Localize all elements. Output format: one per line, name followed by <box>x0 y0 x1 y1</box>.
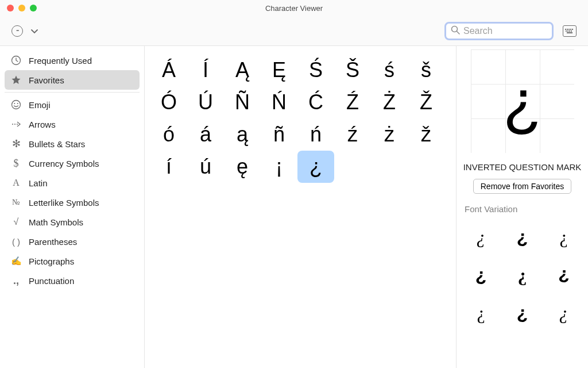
character-cell[interactable]: Ź <box>334 86 371 118</box>
sidebar-item-label: Latin <box>29 178 48 188</box>
character-cell[interactable]: ź <box>334 118 371 151</box>
window-title: Character Viewer <box>0 4 588 13</box>
sidebar-item-punctuation[interactable]: .,Punctuation <box>5 271 140 290</box>
character-cell[interactable]: Ę <box>261 54 297 86</box>
character-cell[interactable]: Ó <box>150 86 187 118</box>
svg-point-14 <box>14 103 15 104</box>
sidebar-item-label: Parentheses <box>29 237 77 247</box>
sidebar: Frequently UsedFavoritesEmojiArrows✻Bull… <box>0 46 145 368</box>
sidebar-item-letterlike-symbols[interactable]: №Letterlike Symbols <box>5 193 140 212</box>
action-menu-icon[interactable]: ··· <box>11 25 23 37</box>
character-cell[interactable]: Ú <box>187 86 224 118</box>
sidebar-item-label: Currency Symbols <box>29 159 99 168</box>
sidebar-divider <box>5 92 140 93</box>
sidebar-item-arrows[interactable]: Arrows <box>5 114 140 134</box>
svg-rect-2 <box>565 29 566 30</box>
svg-rect-3 <box>567 29 568 30</box>
character-cell[interactable]: ó <box>150 118 187 151</box>
latin-a-icon: A <box>10 177 22 189</box>
character-cell[interactable]: ¿ <box>297 151 334 183</box>
detail-pane: ¿ INVERTED QUESTION MARK Remove from Fav… <box>456 46 588 368</box>
svg-point-15 <box>17 103 18 104</box>
titlebar: Character Viewer <box>0 0 588 16</box>
minimize-button[interactable] <box>18 5 25 12</box>
sidebar-item-parentheses[interactable]: ( )Parentheses <box>5 232 140 251</box>
font-variation-cell[interactable]: ¿ <box>544 218 584 255</box>
pencil-icon: ✍ <box>10 255 22 267</box>
font-variation-cell[interactable]: ¿ <box>461 256 501 293</box>
character-cell[interactable]: Á <box>150 54 187 86</box>
maximize-button[interactable] <box>30 5 37 12</box>
sidebar-item-frequently-used[interactable]: Frequently Used <box>5 51 140 70</box>
character-cell[interactable]: Í <box>187 54 224 86</box>
character-cell[interactable]: Ć <box>297 86 334 118</box>
character-cell[interactable]: ś <box>371 54 408 86</box>
sidebar-item-label: Arrows <box>29 120 56 129</box>
font-variation-cell[interactable]: ¿ <box>544 256 584 293</box>
character-cell[interactable]: ñ <box>261 118 297 151</box>
character-cell[interactable]: Ñ <box>224 86 261 118</box>
svg-line-1 <box>457 31 460 34</box>
character-preview: ¿ <box>471 49 574 153</box>
svg-point-13 <box>12 101 21 109</box>
sidebar-item-label: Math Symbols <box>29 217 83 227</box>
character-cell[interactable]: ą <box>224 118 261 151</box>
svg-rect-11 <box>567 32 572 33</box>
character-cell[interactable]: ń <box>297 118 334 151</box>
sidebar-item-currency-symbols[interactable]: $Currency Symbols <box>5 154 140 173</box>
svg-rect-4 <box>568 29 570 30</box>
font-variation-cell[interactable]: ¿ <box>461 218 501 255</box>
sidebar-item-pictographs[interactable]: ✍Pictographs <box>5 251 140 271</box>
search-field[interactable] <box>444 22 554 40</box>
font-variation-cell[interactable]: ¿ <box>461 294 501 331</box>
sidebar-item-math-symbols[interactable]: √Math Symbols <box>5 212 140 232</box>
character-cell[interactable]: á <box>187 118 224 151</box>
font-variation-label: Font Variation <box>457 204 517 214</box>
character-cell[interactable]: Ą <box>224 54 261 86</box>
toolbar: ··· <box>0 16 588 46</box>
character-cell[interactable]: ę <box>224 151 261 183</box>
dollar-icon: $ <box>10 158 22 169</box>
search-input[interactable] <box>463 26 578 36</box>
character-cell[interactable]: ¡ <box>261 151 297 183</box>
sidebar-item-favorites[interactable]: Favorites <box>5 70 140 90</box>
svg-rect-7 <box>566 30 567 32</box>
character-grid-area: ÁÍĄĘŚŠśšÓÚÑŃĆŹŻŽóáąñńźżžíúę¡¿ <box>145 46 456 368</box>
radical-icon: √ <box>10 216 22 228</box>
character-cell[interactable]: š <box>408 54 444 86</box>
font-variation-cell[interactable]: ¿ <box>502 218 543 255</box>
traffic-lights <box>7 5 37 12</box>
close-button[interactable] <box>7 5 14 12</box>
character-cell[interactable]: ž <box>408 118 444 151</box>
svg-rect-6 <box>572 29 573 30</box>
character-cell[interactable]: Ń <box>261 86 297 118</box>
chevron-down-icon[interactable] <box>31 26 38 36</box>
character-cell[interactable]: Ż <box>371 86 408 118</box>
arrow-icon <box>10 118 22 130</box>
font-variation-cell[interactable]: ¿ <box>502 294 543 331</box>
smiley-icon <box>10 99 22 110</box>
svg-rect-10 <box>571 30 572 32</box>
font-variation-cell[interactable]: ¿ <box>502 256 543 293</box>
svg-rect-9 <box>569 30 570 32</box>
sidebar-item-bullets-stars[interactable]: ✻Bullets & Stars <box>5 134 140 154</box>
keyboard-viewer-icon[interactable] <box>563 25 577 37</box>
font-variation-cell[interactable]: ¿ <box>544 294 584 331</box>
character-cell[interactable]: ż <box>371 118 408 151</box>
remove-from-favorites-button[interactable]: Remove from Favorites <box>473 179 571 194</box>
character-cell[interactable]: Ś <box>297 54 334 86</box>
letterlike-icon: № <box>10 197 22 208</box>
sidebar-item-label: Frequently Used <box>29 56 92 66</box>
sidebar-item-emoji[interactable]: Emoji <box>5 95 140 114</box>
character-grid: ÁÍĄĘŚŠśšÓÚÑŃĆŹŻŽóáąñńźżžíúę¡¿ <box>150 54 450 183</box>
search-icon <box>451 25 460 37</box>
character-cell[interactable]: í <box>150 151 187 183</box>
sidebar-item-latin[interactable]: ALatin <box>5 173 140 193</box>
sidebar-item-label: Letterlike Symbols <box>29 198 99 208</box>
star-icon <box>10 74 22 86</box>
clock-icon <box>10 55 22 66</box>
character-cell[interactable]: Ž <box>408 86 444 118</box>
asterisk-icon: ✻ <box>10 138 22 150</box>
character-cell[interactable]: ú <box>187 151 224 183</box>
character-cell[interactable]: Š <box>334 54 371 86</box>
